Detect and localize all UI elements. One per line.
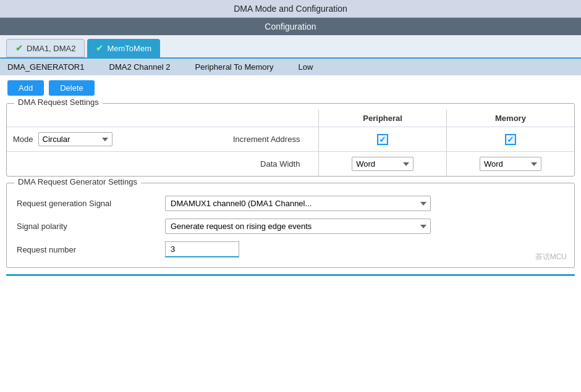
peripheral-increment-cell	[319, 127, 447, 152]
peripheral-width-cell: Word Half Word Byte	[319, 152, 447, 177]
tab-mem-label: MemToMem	[107, 44, 151, 53]
polarity-select[interactable]: Generate request on rising edge events G…	[165, 219, 431, 234]
signal-select[interactable]: DMAMUX1 channel0 (DMA1 Channel...	[165, 196, 431, 211]
memory-increment-checkbox[interactable]	[505, 134, 516, 145]
memory-increment-cell	[446, 127, 574, 152]
dma-info-row: DMA_GENERATOR1 DMA2 Channel 2 Peripheral…	[0, 59, 581, 75]
tab-mem-check: ✔	[96, 43, 103, 53]
data-width-label: Data Width	[260, 159, 312, 169]
tabs-row: ✔ DMA1, DMA2 ✔ MemToMem	[0, 35, 581, 59]
window-title: DMA Mode and Configuration	[0, 0, 581, 18]
signal-label: Request generation Signal	[17, 199, 153, 208]
peripheral-increment-checkbox[interactable]	[377, 134, 388, 145]
config-bar: Configuration	[0, 18, 581, 35]
tab-dma1-label: DMA1, DMA2	[27, 44, 75, 53]
mode-label: Mode	[13, 135, 33, 144]
action-row: Add Delete	[0, 75, 581, 101]
increment-address-label: Increment Address	[233, 135, 312, 144]
tab-memtomem[interactable]: ✔ MemToMem	[87, 39, 160, 57]
number-row: Request number	[7, 238, 574, 261]
settings-table: Peripheral Memory Mode Circular Normal I…	[7, 110, 574, 176]
tab-dma1-check: ✔	[15, 43, 23, 53]
number-label: Request number	[17, 245, 153, 254]
dma-direction: Peripheral To Memory	[195, 62, 274, 72]
dma-name: DMA_GENERATOR1	[7, 62, 85, 72]
generator-settings-section: DMA Request Generator Settings Request g…	[6, 183, 575, 268]
number-input[interactable]	[165, 241, 239, 257]
memory-width-cell: Word Half Word Byte	[446, 152, 574, 177]
generator-settings-legend: DMA Request Generator Settings	[14, 177, 141, 186]
col-peripheral-header: Peripheral	[319, 110, 447, 127]
request-settings-section: DMA Request Settings Peripheral Memory M…	[6, 103, 575, 177]
memory-width-select[interactable]: Word Half Word Byte	[480, 157, 541, 171]
add-button[interactable]: Add	[7, 80, 44, 96]
dma-channel: DMA2 Channel 2	[109, 62, 171, 72]
bottom-accent-line	[6, 274, 575, 276]
dma-priority: Low	[298, 62, 313, 72]
settings-header-row: Peripheral Memory	[7, 110, 574, 127]
polarity-label: Signal polarity	[17, 222, 153, 231]
col-memory-header: Memory	[446, 110, 574, 127]
data-width-row: Data Width Word Half Word Byte Word Half…	[7, 152, 574, 177]
signal-row: Request generation Signal DMAMUX1 channe…	[7, 192, 574, 215]
mode-increment-row: Mode Circular Normal Increment Address	[7, 127, 574, 152]
tab-dma1-dma2[interactable]: ✔ DMA1, DMA2	[6, 39, 85, 57]
peripheral-width-select[interactable]: Word Half Word Byte	[352, 157, 413, 171]
polarity-row: Signal polarity Generate request on risi…	[7, 215, 574, 238]
mode-select[interactable]: Circular Normal	[38, 132, 112, 146]
request-settings-legend: DMA Request Settings	[14, 98, 103, 107]
delete-button[interactable]: Delete	[49, 80, 95, 96]
